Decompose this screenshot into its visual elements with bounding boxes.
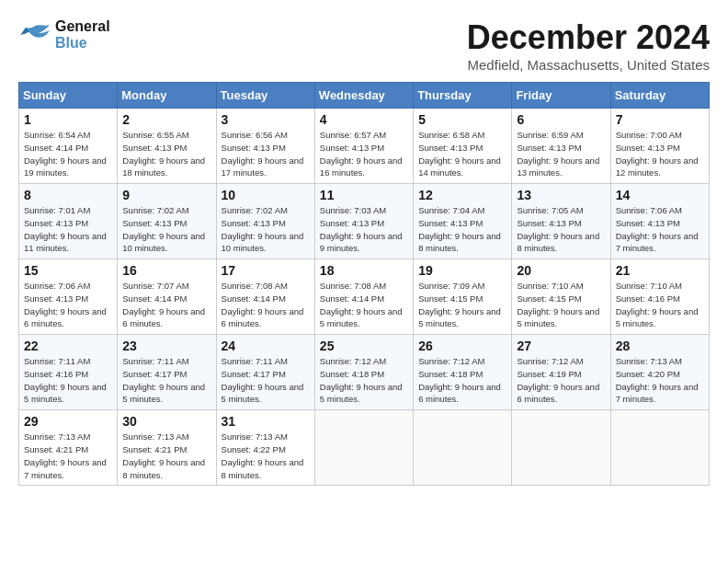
- calendar-cell: 4 Sunrise: 6:57 AM Sunset: 4:13 PM Dayli…: [314, 109, 413, 184]
- day-number: 28: [616, 339, 704, 353]
- title-block: December 2024 Medfield, Massachusetts, U…: [467, 18, 710, 73]
- day-number: 10: [222, 188, 310, 202]
- weekday-header-friday: Friday: [512, 83, 610, 109]
- weekday-header-row: SundayMondayTuesdayWednesdayThursdayFrid…: [19, 83, 710, 109]
- day-info: Sunrise: 7:12 AM Sunset: 4:18 PM Dayligh…: [418, 355, 506, 406]
- calendar-week-2: 8 Sunrise: 7:01 AM Sunset: 4:13 PM Dayli…: [19, 184, 710, 259]
- calendar-cell: 12 Sunrise: 7:04 AM Sunset: 4:13 PM Dayl…: [414, 184, 512, 259]
- calendar-cell: [512, 410, 610, 486]
- calendar-cell: 5 Sunrise: 6:58 AM Sunset: 4:13 PM Dayli…: [414, 109, 512, 184]
- calendar-cell: 6 Sunrise: 6:59 AM Sunset: 4:13 PM Dayli…: [512, 109, 610, 184]
- calendar-cell: 21 Sunrise: 7:10 AM Sunset: 4:16 PM Dayl…: [610, 259, 709, 335]
- day-info: Sunrise: 7:12 AM Sunset: 4:19 PM Dayligh…: [517, 355, 605, 406]
- calendar-cell: 23 Sunrise: 7:11 AM Sunset: 4:17 PM Dayl…: [118, 335, 216, 410]
- day-number: 25: [320, 339, 408, 353]
- day-info: Sunrise: 7:11 AM Sunset: 4:17 PM Dayligh…: [122, 355, 210, 406]
- calendar-cell: 16 Sunrise: 7:07 AM Sunset: 4:14 PM Dayl…: [118, 259, 216, 335]
- day-number: 8: [24, 188, 112, 202]
- calendar-cell: 10 Sunrise: 7:02 AM Sunset: 4:13 PM Dayl…: [216, 184, 314, 259]
- day-info: Sunrise: 7:03 AM Sunset: 4:13 PM Dayligh…: [320, 204, 408, 255]
- day-info: Sunrise: 7:05 AM Sunset: 4:13 PM Dayligh…: [517, 204, 605, 255]
- day-info: Sunrise: 7:12 AM Sunset: 4:18 PM Dayligh…: [320, 355, 408, 406]
- day-number: 13: [517, 188, 605, 202]
- day-info: Sunrise: 7:11 AM Sunset: 4:17 PM Dayligh…: [222, 355, 310, 406]
- calendar-cell: 31 Sunrise: 7:13 AM Sunset: 4:22 PM Dayl…: [216, 410, 314, 486]
- calendar-cell: 25 Sunrise: 7:12 AM Sunset: 4:18 PM Dayl…: [314, 335, 413, 410]
- day-number: 5: [418, 112, 506, 127]
- calendar-week-5: 29 Sunrise: 7:13 AM Sunset: 4:21 PM Dayl…: [19, 410, 710, 486]
- calendar-subtitle: Medfield, Massachusetts, United States: [467, 57, 710, 73]
- day-number: 17: [222, 263, 310, 278]
- day-info: Sunrise: 7:11 AM Sunset: 4:16 PM Dayligh…: [24, 355, 112, 406]
- day-info: Sunrise: 7:00 AM Sunset: 4:13 PM Dayligh…: [616, 129, 704, 179]
- day-info: Sunrise: 6:54 AM Sunset: 4:14 PM Dayligh…: [24, 129, 112, 179]
- day-number: 11: [320, 188, 408, 202]
- calendar-cell: 30 Sunrise: 7:13 AM Sunset: 4:21 PM Dayl…: [118, 410, 216, 486]
- day-info: Sunrise: 7:07 AM Sunset: 4:14 PM Dayligh…: [122, 280, 210, 330]
- day-number: 9: [122, 188, 210, 202]
- day-info: Sunrise: 7:13 AM Sunset: 4:21 PM Dayligh…: [24, 431, 112, 481]
- day-info: Sunrise: 7:06 AM Sunset: 4:13 PM Dayligh…: [616, 204, 704, 255]
- day-info: Sunrise: 7:06 AM Sunset: 4:13 PM Dayligh…: [24, 280, 112, 330]
- calendar-table: SundayMondayTuesdayWednesdayThursdayFrid…: [18, 82, 710, 486]
- calendar-cell: 8 Sunrise: 7:01 AM Sunset: 4:13 PM Dayli…: [19, 184, 118, 259]
- weekday-header-sunday: Sunday: [19, 83, 118, 109]
- calendar-cell: 2 Sunrise: 6:55 AM Sunset: 4:13 PM Dayli…: [118, 109, 216, 184]
- calendar-week-4: 22 Sunrise: 7:11 AM Sunset: 4:16 PM Dayl…: [19, 335, 710, 410]
- day-number: 22: [24, 339, 112, 353]
- calendar-cell: 3 Sunrise: 6:56 AM Sunset: 4:13 PM Dayli…: [216, 109, 314, 184]
- calendar-cell: 26 Sunrise: 7:12 AM Sunset: 4:18 PM Dayl…: [414, 335, 512, 410]
- calendar-cell: 22 Sunrise: 7:11 AM Sunset: 4:16 PM Dayl…: [19, 335, 118, 410]
- day-info: Sunrise: 6:59 AM Sunset: 4:13 PM Dayligh…: [517, 129, 605, 179]
- day-info: Sunrise: 7:08 AM Sunset: 4:14 PM Dayligh…: [320, 280, 408, 330]
- day-number: 3: [222, 112, 310, 127]
- calendar-title: December 2024: [467, 18, 710, 57]
- day-number: 24: [222, 339, 310, 353]
- day-number: 16: [122, 263, 210, 278]
- logo: General Blue: [18, 18, 110, 51]
- weekday-header-thursday: Thursday: [414, 83, 512, 109]
- weekday-header-monday: Monday: [118, 83, 216, 109]
- day-info: Sunrise: 7:13 AM Sunset: 4:20 PM Dayligh…: [616, 355, 704, 406]
- day-number: 29: [24, 414, 112, 429]
- calendar-week-1: 1 Sunrise: 6:54 AM Sunset: 4:14 PM Dayli…: [19, 109, 710, 184]
- day-number: 27: [517, 339, 605, 353]
- calendar-cell: [610, 410, 709, 486]
- day-info: Sunrise: 7:01 AM Sunset: 4:13 PM Dayligh…: [24, 204, 112, 255]
- day-number: 7: [616, 112, 704, 127]
- day-info: Sunrise: 6:55 AM Sunset: 4:13 PM Dayligh…: [122, 129, 210, 179]
- day-number: 20: [517, 263, 605, 278]
- day-number: 2: [122, 112, 210, 127]
- calendar-cell: 18 Sunrise: 7:08 AM Sunset: 4:14 PM Dayl…: [314, 259, 413, 335]
- calendar-cell: 11 Sunrise: 7:03 AM Sunset: 4:13 PM Dayl…: [314, 184, 413, 259]
- page-header: General Blue December 2024 Medfield, Mas…: [18, 18, 710, 73]
- calendar-cell: 29 Sunrise: 7:13 AM Sunset: 4:21 PM Dayl…: [19, 410, 118, 486]
- day-info: Sunrise: 7:09 AM Sunset: 4:15 PM Dayligh…: [418, 280, 506, 330]
- day-number: 23: [122, 339, 210, 353]
- calendar-cell: 1 Sunrise: 6:54 AM Sunset: 4:14 PM Dayli…: [19, 109, 118, 184]
- day-number: 31: [222, 414, 310, 429]
- calendar-cell: 27 Sunrise: 7:12 AM Sunset: 4:19 PM Dayl…: [512, 335, 610, 410]
- day-number: 12: [418, 188, 506, 202]
- day-number: 21: [616, 263, 704, 278]
- day-number: 1: [24, 112, 112, 127]
- day-number: 30: [122, 414, 210, 429]
- day-info: Sunrise: 7:08 AM Sunset: 4:14 PM Dayligh…: [222, 280, 310, 330]
- day-info: Sunrise: 7:10 AM Sunset: 4:16 PM Dayligh…: [616, 280, 704, 330]
- calendar-cell: 15 Sunrise: 7:06 AM Sunset: 4:13 PM Dayl…: [19, 259, 118, 335]
- calendar-week-3: 15 Sunrise: 7:06 AM Sunset: 4:13 PM Dayl…: [19, 259, 710, 335]
- day-number: 14: [616, 188, 704, 202]
- logo-text: General Blue: [55, 18, 110, 51]
- calendar-cell: 14 Sunrise: 7:06 AM Sunset: 4:13 PM Dayl…: [610, 184, 709, 259]
- day-info: Sunrise: 7:13 AM Sunset: 4:21 PM Dayligh…: [122, 431, 210, 481]
- weekday-header-tuesday: Tuesday: [216, 83, 314, 109]
- calendar-cell: 28 Sunrise: 7:13 AM Sunset: 4:20 PM Dayl…: [610, 335, 709, 410]
- day-info: Sunrise: 6:56 AM Sunset: 4:13 PM Dayligh…: [222, 129, 310, 179]
- weekday-header-saturday: Saturday: [610, 83, 709, 109]
- day-number: 15: [24, 263, 112, 278]
- day-info: Sunrise: 7:02 AM Sunset: 4:13 PM Dayligh…: [222, 204, 310, 255]
- day-number: 19: [418, 263, 506, 278]
- day-info: Sunrise: 7:13 AM Sunset: 4:22 PM Dayligh…: [222, 431, 310, 481]
- calendar-cell: [314, 410, 413, 486]
- calendar-cell: 20 Sunrise: 7:10 AM Sunset: 4:15 PM Dayl…: [512, 259, 610, 335]
